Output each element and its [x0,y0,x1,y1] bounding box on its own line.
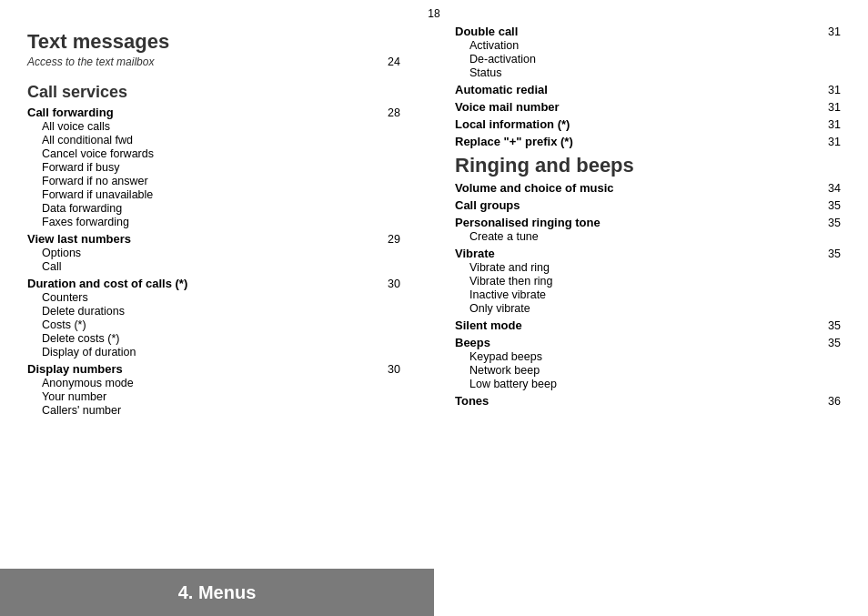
sub-display-of-duration: Display of duration [27,346,400,358]
automatic-redial-label: Automatic redial [455,83,548,96]
beeps-group: Beeps 35 Keypad beeps Network beep Low b… [455,336,841,390]
double-call-group: Double call 31 Activation De-activation … [455,25,841,79]
vibrate-group: Vibrate 35 Vibrate and ring Vibrate then… [455,247,841,315]
sub-all-conditional-fwd: All conditional fwd [27,134,400,146]
sub-keypad-beeps: Keypad beeps [455,350,841,363]
text-messages-section: Text messages Access to the text mailbox… [27,30,400,76]
text-messages-title: Text messages [27,30,400,54]
display-numbers-page: 30 [388,363,400,376]
view-last-numbers-group: View last numbers 29 Options Call [27,232,400,273]
content-area: Text messages Access to the text mailbox… [0,25,868,420]
voice-mail-label: Voice mail number [455,100,560,114]
personalised-ringing-group: Personalised ringing tone 35 Create a tu… [455,216,841,243]
bottom-bar-label: 4. Menus [178,582,257,603]
sub-anonymous-mode: Anonymous mode [27,377,400,389]
text-messages-subtitle-row: Access to the text mailbox 24 [27,56,400,76]
call-services-section: Call services [27,83,400,102]
duration-cost-entry: Duration and cost of calls (*) 30 [27,277,400,290]
volume-music-label: Volume and choice of music [455,181,614,195]
local-information-page: 31 [828,118,841,131]
display-numbers-group: Display numbers 30 Anonymous mode Your n… [27,362,400,417]
beeps-entry: Beeps 35 [455,336,841,349]
page-number: 18 [0,0,868,20]
text-messages-subtitle: Access to the text mailbox [27,56,154,68]
sub-call: Call [27,260,400,273]
silent-mode-page: 35 [828,319,841,332]
call-forwarding-label: Call forwarding [27,106,114,119]
duration-cost-group: Duration and cost of calls (*) 30 Counte… [27,277,400,358]
personalised-ringing-label: Personalised ringing tone [455,216,601,229]
sub-activation: Activation [455,39,841,52]
vibrate-entry: Vibrate 35 [455,247,841,260]
vibrate-page: 35 [828,247,841,260]
view-last-numbers-page: 29 [388,233,400,246]
personalised-ringing-page: 35 [828,217,841,229]
sub-faxes-forwarding: Faxes forwarding [27,216,400,228]
sub-all-voice-calls: All voice calls [27,120,400,133]
sub-forward-if-no-answer: Forward if no answer [27,175,400,187]
volume-music-entry: Volume and choice of music 34 [455,181,841,195]
call-forwarding-page: 28 [388,106,400,119]
personalised-ringing-entry: Personalised ringing tone 35 [455,216,841,229]
display-numbers-entry: Display numbers 30 [27,362,400,376]
sub-counters: Counters [27,291,400,304]
sub-delete-costs: Delete costs (*) [27,332,400,345]
vibrate-label: Vibrate [455,247,495,260]
local-information-entry: Local information (*) 31 [455,117,841,131]
sub-callers-number: Callers' number [27,404,400,417]
sub-create-a-tune: Create a tune [455,230,841,243]
sub-de-activation: De-activation [455,53,841,66]
call-forwarding-entry: Call forwarding 28 [27,106,400,119]
replace-prefix-entry: Replace "+" prefix (*) 31 [455,135,841,148]
call-groups-entry: Call groups 35 [455,198,841,212]
page-container: 18 Text messages Access to the text mail… [0,0,868,616]
replace-prefix-label: Replace "+" prefix (*) [455,135,573,148]
display-numbers-label: Display numbers [27,362,123,376]
ringing-beeps-title: Ringing and beeps [455,154,841,177]
automatic-redial-page: 31 [828,84,841,96]
sub-costs: Costs (*) [27,318,400,331]
duration-cost-page: 30 [388,278,400,290]
duration-cost-label: Duration and cost of calls (*) [27,277,187,290]
volume-music-page: 34 [828,182,841,195]
ringing-beeps-section: Ringing and beeps [455,154,841,177]
sub-vibrate-and-ring: Vibrate and ring [455,261,841,274]
sub-forward-if-unavailable: Forward if unavailable [27,188,400,201]
sub-only-vibrate: Only vibrate [455,302,841,315]
sub-options: Options [27,247,400,259]
sub-inactive-vibrate: Inactive vibrate [455,288,841,301]
sub-cancel-voice-forwards: Cancel voice forwards [27,147,400,160]
sub-status: Status [455,66,841,79]
bottom-bar: 4. Menus [0,569,434,616]
sub-delete-durations: Delete durations [27,305,400,318]
right-column: Double call 31 Activation De-activation … [446,25,841,420]
voice-mail-entry: Voice mail number 31 [455,100,841,114]
sub-data-forwarding: Data forwarding [27,202,400,215]
local-information-label: Local information (*) [455,117,570,131]
replace-prefix-page: 31 [828,136,841,148]
silent-mode-label: Silent mode [455,318,522,332]
double-call-label: Double call [455,25,518,38]
view-last-numbers-entry: View last numbers 29 [27,232,400,246]
sub-vibrate-then-ring: Vibrate then ring [455,275,841,288]
automatic-redial-entry: Automatic redial 31 [455,83,841,96]
silent-mode-entry: Silent mode 35 [455,318,841,332]
double-call-entry: Double call 31 [455,25,841,38]
call-services-title: Call services [27,83,400,102]
beeps-label: Beeps [455,336,490,349]
call-groups-page: 35 [828,199,841,212]
left-column: Text messages Access to the text mailbox… [27,25,419,420]
sub-your-number: Your number [27,390,400,403]
call-forwarding-group: Call forwarding 28 All voice calls All c… [27,106,400,228]
double-call-page: 31 [828,25,841,38]
beeps-page: 35 [828,337,841,349]
view-last-numbers-label: View last numbers [27,232,131,246]
voice-mail-page: 31 [828,101,841,114]
sub-network-beep: Network beep [455,364,841,377]
call-groups-label: Call groups [455,198,520,212]
tones-entry: Tones 36 [455,394,841,408]
tones-page: 36 [828,395,841,408]
sub-low-battery-beep: Low battery beep [455,378,841,390]
text-messages-page: 24 [388,56,400,68]
tones-label: Tones [455,394,489,408]
